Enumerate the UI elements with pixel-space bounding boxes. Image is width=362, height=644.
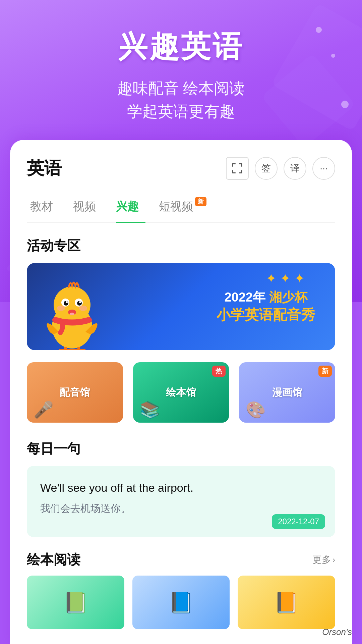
translate-button[interactable]: 译 [284,157,306,180]
daily-date-badge: 2022-12-07 [272,514,325,529]
activity-banner[interactable]: ✦ ✦ ✦ 2022年 湘少杯 小学英语配音秀 [27,263,335,350]
picture-books-header: 绘本阅读 更多 › [27,550,335,569]
translate-icon: 译 [290,162,300,175]
hero-subtitle-line2: 学起英语更有趣 [127,103,235,120]
picture-books-title: 绘本阅读 [27,550,80,569]
tab-short-video[interactable]: 短视频 新 [156,194,210,222]
paint-icon: 🎨 [246,400,266,419]
daily-english-text: We'll see you off at the airport. [40,479,322,496]
banner-text-block: 2022年 湘少杯 小学英语配音秀 [217,289,315,324]
banner-stars-icon: ✦ ✦ ✦ [266,271,305,286]
book-1-icon: 📗 [63,591,88,614]
banner-year: 2022年 湘少杯 [217,289,315,306]
daily-chinese-text: 我们会去机场送你。 [40,502,322,516]
svg-point-14 [54,286,90,323]
orson-watermark: Orson's [322,627,352,637]
feature-picturebook-label: 绘本馆 [166,386,196,399]
activity-section-title: 活动专区 [27,236,335,255]
svg-point-22 [70,313,74,315]
svg-point-23 [57,306,65,311]
book-2-icon: 📘 [169,591,194,614]
picture-books-section: 绘本阅读 更多 › 📗 📘 📙 [27,550,335,629]
svg-point-20 [79,301,81,303]
feature-picturebook-badge: 热 [212,366,226,377]
tab-video[interactable]: 视频 [70,194,113,222]
tab-interest[interactable]: 兴趣 [113,194,156,222]
sign-icon: 签 [261,162,271,175]
more-button[interactable]: ··· [312,157,335,180]
chevron-right-icon: › [333,555,335,565]
svg-point-19 [66,301,68,303]
book-row: 📗 📘 📙 [27,576,335,629]
banner-subtitle: 小学英语配音秀 [217,306,315,324]
daily-section: 每日一句 We'll see you off at the airport. 我… [27,439,335,537]
tab-bar: 教材 视频 兴趣 短视频 新 [27,194,335,223]
hero-subtitle: 趣味配音 绘本阅读 学起英语更有趣 [0,77,362,123]
mic-icon: 🎤 [34,400,54,419]
svg-rect-6 [232,163,233,167]
ellipsis-icon: ··· [320,163,327,174]
card-header: 英语 签 译 ·· [27,157,335,180]
short-video-badge: 新 [195,197,206,206]
card-title: 英语 [27,157,62,180]
book-item-2[interactable]: 📘 [132,576,230,629]
feature-manga[interactable]: 新 🎨 漫画馆 [239,362,335,423]
sign-button[interactable]: 签 [255,157,278,180]
hero-title: 兴趣英语 [0,27,362,67]
book-icon: 📚 [140,400,160,419]
svg-rect-12 [241,170,242,173]
banner-chick-icon [40,276,104,350]
feature-picturebook[interactable]: 热 📚 绘本馆 [133,362,229,423]
daily-section-title: 每日一句 [27,439,335,458]
feature-manga-badge: 新 [318,366,332,377]
main-card: 英语 签 译 ·· [10,140,352,644]
card-icons: 签 译 ··· [226,157,335,180]
feature-cards-row: 🎤 配音馆 热 📚 绘本馆 新 🎨 漫画馆 [27,362,335,423]
daily-box[interactable]: We'll see you off at the airport. 我们会去机场… [27,466,335,537]
feature-dubbing[interactable]: 🎤 配音馆 [27,362,123,423]
scan-button[interactable] [226,157,249,180]
book-item-1[interactable]: 📗 [27,576,124,629]
svg-rect-10 [232,170,233,173]
hero-section: 兴趣英语 趣味配音 绘本阅读 学起英语更有趣 [0,0,362,140]
banner-cup: 湘少杯 [269,290,307,304]
picture-books-more[interactable]: 更多 › [312,553,335,566]
tab-textbook[interactable]: 教材 [27,194,70,222]
book-item-3[interactable]: 📙 [238,576,335,629]
feature-dubbing-label: 配音馆 [60,386,90,399]
svg-rect-8 [241,163,242,167]
book-3-icon: 📙 [274,591,299,614]
svg-point-24 [79,306,87,311]
feature-manga-label: 漫画馆 [272,386,302,399]
hero-subtitle-line1: 趣味配音 绘本阅读 [117,79,245,97]
